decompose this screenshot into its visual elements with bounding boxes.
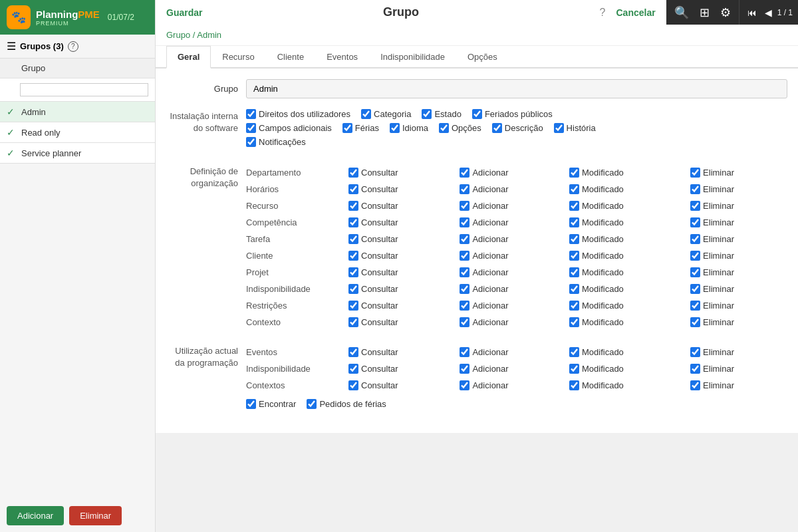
- perm-check-consultar[interactable]: Consultar: [348, 284, 454, 294]
- settings-icon[interactable]: ⚙: [720, 5, 731, 20]
- perm-check-consultar[interactable]: Consultar: [348, 267, 454, 277]
- perm-check-input[interactable]: [569, 234, 579, 244]
- tab-indisponibilidade[interactable]: Indisponibilidade: [369, 46, 456, 68]
- perm-check-modificado[interactable]: Modificado: [569, 284, 685, 294]
- perm-check-input[interactable]: [569, 347, 579, 357]
- perm-check-consultar[interactable]: Consultar: [348, 168, 454, 178]
- check-encontrar[interactable]: Encontrar: [246, 399, 296, 409]
- perm-check-input[interactable]: [690, 267, 700, 277]
- perm-check-input[interactable]: [460, 380, 469, 390]
- perm-check-input[interactable]: [569, 317, 579, 327]
- perm-check-adicionar[interactable]: Adicionar: [460, 184, 564, 194]
- perm-check-input[interactable]: [690, 234, 700, 244]
- perm-check-adicionar[interactable]: Adicionar: [460, 267, 564, 277]
- perm-check-input[interactable]: [460, 284, 469, 294]
- perm-check-consultar[interactable]: Consultar: [348, 347, 454, 357]
- perm-check-modificado[interactable]: Modificado: [569, 317, 685, 327]
- check-idioma-input[interactable]: [390, 123, 400, 133]
- check-feriados-input[interactable]: [472, 109, 482, 119]
- perm-check-eliminar[interactable]: Eliminar: [690, 284, 785, 294]
- perm-check-input[interactable]: [460, 168, 469, 178]
- tab-cliente[interactable]: Cliente: [266, 46, 315, 68]
- perm-check-input[interactable]: [569, 364, 579, 374]
- check-ferias-input[interactable]: [342, 123, 352, 133]
- perm-check-modificado[interactable]: Modificado: [569, 251, 685, 261]
- perm-check-input[interactable]: [348, 301, 358, 311]
- perm-check-input[interactable]: [569, 267, 579, 277]
- perm-check-input[interactable]: [460, 347, 469, 357]
- layers-icon[interactable]: ⊞: [700, 5, 710, 20]
- perm-check-input[interactable]: [690, 301, 700, 311]
- perm-check-adicionar[interactable]: Adicionar: [460, 380, 564, 390]
- cancelar-button[interactable]: Cancelar: [616, 7, 655, 18]
- check-opcoes-input[interactable]: [439, 123, 449, 133]
- check-direitos-input[interactable]: [246, 109, 256, 119]
- perm-check-eliminar[interactable]: Eliminar: [690, 234, 785, 244]
- perm-check-adicionar[interactable]: Adicionar: [460, 201, 564, 211]
- perm-check-modificado[interactable]: Modificado: [569, 234, 685, 244]
- perm-check-input[interactable]: [569, 301, 579, 311]
- check-descricao[interactable]: Descrição: [492, 123, 543, 133]
- perm-check-input[interactable]: [348, 317, 358, 327]
- check-pedidos[interactable]: Pedidos de férias: [307, 399, 386, 409]
- check-ferias[interactable]: Férias: [342, 123, 379, 133]
- perm-check-consultar[interactable]: Consultar: [348, 251, 454, 261]
- perm-check-consultar[interactable]: Consultar: [348, 217, 454, 227]
- sidebar-item-input[interactable]: [0, 78, 155, 102]
- check-idioma[interactable]: Idioma: [390, 123, 428, 133]
- perm-check-input[interactable]: [348, 267, 358, 277]
- perm-check-adicionar[interactable]: Adicionar: [460, 317, 564, 327]
- hamburger-icon[interactable]: ☰: [7, 40, 16, 53]
- perm-check-input[interactable]: [569, 201, 579, 211]
- perm-check-eliminar[interactable]: Eliminar: [690, 251, 785, 261]
- prev-page-button[interactable]: ◀: [762, 5, 775, 21]
- perm-check-consultar[interactable]: Consultar: [348, 201, 454, 211]
- check-campos-input[interactable]: [246, 123, 256, 133]
- perm-check-input[interactable]: [348, 251, 358, 261]
- perm-check-input[interactable]: [690, 201, 700, 211]
- perm-check-input[interactable]: [569, 284, 579, 294]
- perm-check-input[interactable]: [690, 364, 700, 374]
- perm-check-adicionar[interactable]: Adicionar: [460, 251, 564, 261]
- perm-check-input[interactable]: [690, 168, 700, 178]
- perm-check-input[interactable]: [348, 347, 358, 357]
- check-historia-input[interactable]: [554, 123, 564, 133]
- perm-check-consultar[interactable]: Consultar: [348, 380, 454, 390]
- perm-check-input[interactable]: [460, 217, 469, 227]
- perm-check-input[interactable]: [348, 217, 358, 227]
- help-button[interactable]: ?: [600, 7, 606, 19]
- perm-check-eliminar[interactable]: Eliminar: [690, 317, 785, 327]
- perm-check-consultar[interactable]: Consultar: [348, 317, 454, 327]
- perm-check-input[interactable]: [690, 251, 700, 261]
- add-button[interactable]: Adicionar: [7, 506, 64, 525]
- tab-opcoes[interactable]: Opções: [456, 46, 509, 68]
- sidebar-item-admin[interactable]: ✓ Admin: [0, 102, 155, 122]
- check-notificacoes-input[interactable]: [246, 137, 256, 147]
- perm-check-modificado[interactable]: Modificado: [569, 267, 685, 277]
- perm-check-modificado[interactable]: Modificado: [569, 364, 685, 374]
- perm-check-adicionar[interactable]: Adicionar: [460, 347, 564, 357]
- perm-check-adicionar[interactable]: Adicionar: [460, 284, 564, 294]
- check-feriados[interactable]: Feriados públicos: [472, 109, 553, 119]
- check-campos[interactable]: Campos adicionais: [246, 123, 332, 133]
- perm-check-input[interactable]: [569, 168, 579, 178]
- perm-check-consultar[interactable]: Consultar: [348, 184, 454, 194]
- perm-check-input[interactable]: [460, 317, 469, 327]
- sidebar-item-readonly[interactable]: ✓ Read only: [0, 122, 155, 143]
- perm-check-input[interactable]: [690, 347, 700, 357]
- groups-help-icon[interactable]: ?: [68, 41, 78, 52]
- perm-check-adicionar[interactable]: Adicionar: [460, 364, 564, 374]
- delete-button[interactable]: Eliminar: [69, 506, 122, 525]
- perm-check-input[interactable]: [348, 168, 358, 178]
- grupo-field-input[interactable]: [246, 79, 787, 98]
- perm-check-eliminar[interactable]: Eliminar: [690, 201, 785, 211]
- perm-check-consultar[interactable]: Consultar: [348, 364, 454, 374]
- perm-check-input[interactable]: [690, 184, 700, 194]
- perm-check-input[interactable]: [690, 380, 700, 390]
- perm-check-input[interactable]: [690, 317, 700, 327]
- perm-check-input[interactable]: [690, 217, 700, 227]
- perm-check-adicionar[interactable]: Adicionar: [460, 234, 564, 244]
- check-historia[interactable]: História: [554, 123, 596, 133]
- perm-check-consultar[interactable]: Consultar: [348, 301, 454, 311]
- perm-check-modificado[interactable]: Modificado: [569, 217, 685, 227]
